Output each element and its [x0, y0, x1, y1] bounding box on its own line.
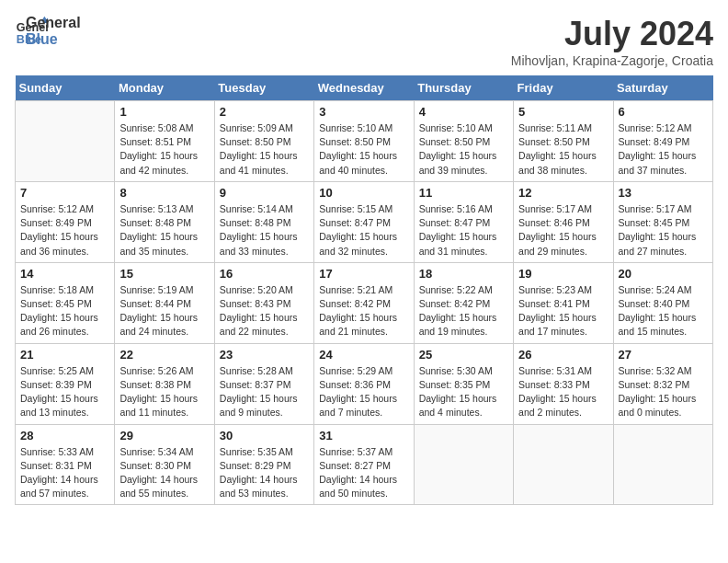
calendar-cell: 4Sunrise: 5:10 AM Sunset: 8:50 PM Daylig…: [414, 101, 513, 182]
day-number: 27: [619, 348, 708, 362]
cell-text: Sunrise: 5:34 AM Sunset: 8:30 PM Dayligh…: [119, 445, 209, 501]
calendar-cell: 6Sunrise: 5:12 AM Sunset: 8:49 PM Daylig…: [613, 101, 712, 182]
day-number: 24: [319, 348, 408, 362]
cell-text: Sunrise: 5:18 AM Sunset: 8:45 PM Dayligh…: [20, 283, 109, 339]
calendar-cell: 27Sunrise: 5:32 AM Sunset: 8:32 PM Dayli…: [613, 343, 712, 424]
weekday-header: Tuesday: [214, 75, 313, 101]
day-number: 7: [20, 186, 109, 200]
calendar-cell: 29Sunrise: 5:34 AM Sunset: 8:30 PM Dayli…: [115, 424, 214, 505]
cell-text: Sunrise: 5:08 AM Sunset: 8:51 PM Dayligh…: [119, 121, 209, 178]
weekday-header: Sunday: [16, 75, 115, 101]
day-number: 18: [419, 267, 508, 281]
cell-text: Sunrise: 5:28 AM Sunset: 8:37 PM Dayligh…: [220, 364, 309, 420]
weekday-header: Monday: [115, 75, 214, 101]
day-number: 25: [419, 348, 508, 362]
day-number: 3: [319, 105, 408, 119]
calendar-cell: 7Sunrise: 5:12 AM Sunset: 8:49 PM Daylig…: [16, 181, 115, 262]
day-number: 20: [619, 267, 708, 281]
day-number: 17: [319, 267, 408, 281]
calendar-cell: 16Sunrise: 5:20 AM Sunset: 8:43 PM Dayli…: [214, 262, 313, 343]
day-number: 22: [119, 348, 209, 362]
calendar-cell: 11Sunrise: 5:16 AM Sunset: 8:47 PM Dayli…: [414, 181, 513, 262]
calendar-cell: 14Sunrise: 5:18 AM Sunset: 8:45 PM Dayli…: [16, 262, 115, 343]
calendar-cell: 31Sunrise: 5:37 AM Sunset: 8:27 PM Dayli…: [314, 424, 414, 505]
day-number: 13: [619, 186, 708, 200]
day-number: 2: [220, 105, 309, 119]
calendar-cell: 20Sunrise: 5:24 AM Sunset: 8:40 PM Dayli…: [613, 262, 712, 343]
cell-text: Sunrise: 5:23 AM Sunset: 8:41 PM Dayligh…: [518, 283, 608, 339]
day-number: 15: [119, 267, 209, 281]
page-header: General Blue General Blue July 2024 Miho…: [15, 15, 713, 68]
weekday-header: Wednesday: [314, 75, 414, 101]
cell-text: Sunrise: 5:09 AM Sunset: 8:50 PM Dayligh…: [220, 121, 309, 178]
calendar-cell: [16, 101, 115, 182]
cell-text: Sunrise: 5:32 AM Sunset: 8:32 PM Dayligh…: [619, 364, 708, 420]
calendar-cell: 19Sunrise: 5:23 AM Sunset: 8:41 PM Dayli…: [514, 262, 613, 343]
day-number: 10: [319, 186, 408, 200]
cell-text: Sunrise: 5:33 AM Sunset: 8:31 PM Dayligh…: [20, 445, 109, 501]
day-number: 16: [220, 267, 309, 281]
weekday-header: Friday: [514, 75, 613, 101]
logo: General Blue General Blue: [15, 15, 81, 49]
calendar-cell: [613, 424, 712, 505]
cell-text: Sunrise: 5:22 AM Sunset: 8:42 PM Dayligh…: [419, 283, 508, 339]
calendar-cell: 3Sunrise: 5:10 AM Sunset: 8:50 PM Daylig…: [314, 101, 414, 182]
calendar-cell: 10Sunrise: 5:15 AM Sunset: 8:47 PM Dayli…: [314, 181, 414, 262]
day-number: 23: [220, 348, 309, 362]
cell-text: Sunrise: 5:12 AM Sunset: 8:49 PM Dayligh…: [619, 121, 708, 178]
day-number: 9: [220, 186, 309, 200]
day-number: 6: [619, 105, 708, 119]
day-number: 29: [119, 429, 209, 442]
day-number: 31: [319, 429, 408, 442]
calendar-cell: 17Sunrise: 5:21 AM Sunset: 8:42 PM Dayli…: [314, 262, 414, 343]
cell-text: Sunrise: 5:24 AM Sunset: 8:40 PM Dayligh…: [619, 283, 708, 339]
cell-text: Sunrise: 5:26 AM Sunset: 8:38 PM Dayligh…: [119, 364, 209, 420]
cell-text: Sunrise: 5:17 AM Sunset: 8:45 PM Dayligh…: [619, 202, 708, 259]
day-number: 11: [419, 186, 508, 200]
weekday-header: Saturday: [613, 75, 712, 101]
calendar-cell: 1Sunrise: 5:08 AM Sunset: 8:51 PM Daylig…: [115, 101, 214, 182]
day-number: 8: [119, 186, 209, 200]
cell-text: Sunrise: 5:17 AM Sunset: 8:46 PM Dayligh…: [518, 202, 608, 259]
calendar-cell: 8Sunrise: 5:13 AM Sunset: 8:48 PM Daylig…: [115, 181, 214, 262]
day-number: 14: [20, 267, 109, 281]
calendar-cell: 24Sunrise: 5:29 AM Sunset: 8:36 PM Dayli…: [314, 343, 414, 424]
calendar-cell: 12Sunrise: 5:17 AM Sunset: 8:46 PM Dayli…: [514, 181, 613, 262]
calendar-cell: 2Sunrise: 5:09 AM Sunset: 8:50 PM Daylig…: [214, 101, 313, 182]
cell-text: Sunrise: 5:11 AM Sunset: 8:50 PM Dayligh…: [518, 121, 608, 178]
logo-line2: Blue: [26, 31, 81, 48]
calendar-cell: 26Sunrise: 5:31 AM Sunset: 8:33 PM Dayli…: [514, 343, 613, 424]
day-number: 12: [518, 186, 608, 200]
logo-line1: General: [26, 15, 81, 31]
cell-text: Sunrise: 5:29 AM Sunset: 8:36 PM Dayligh…: [319, 364, 408, 420]
calendar-cell: [414, 424, 513, 505]
location: Mihovljan, Krapina-Zagorje, Croatia: [511, 53, 713, 68]
cell-text: Sunrise: 5:15 AM Sunset: 8:47 PM Dayligh…: [319, 202, 408, 259]
cell-text: Sunrise: 5:14 AM Sunset: 8:48 PM Dayligh…: [220, 202, 309, 259]
cell-text: Sunrise: 5:37 AM Sunset: 8:27 PM Dayligh…: [319, 445, 408, 501]
day-number: 30: [220, 429, 309, 442]
day-number: 1: [119, 105, 209, 119]
cell-text: Sunrise: 5:21 AM Sunset: 8:42 PM Dayligh…: [319, 283, 408, 339]
cell-text: Sunrise: 5:25 AM Sunset: 8:39 PM Dayligh…: [20, 364, 109, 420]
cell-text: Sunrise: 5:12 AM Sunset: 8:49 PM Dayligh…: [20, 202, 109, 259]
cell-text: Sunrise: 5:13 AM Sunset: 8:48 PM Dayligh…: [119, 202, 209, 259]
title-block: July 2024 Mihovljan, Krapina-Zagorje, Cr…: [511, 15, 713, 68]
calendar-cell: 9Sunrise: 5:14 AM Sunset: 8:48 PM Daylig…: [214, 181, 313, 262]
day-number: 4: [419, 105, 508, 119]
cell-text: Sunrise: 5:30 AM Sunset: 8:35 PM Dayligh…: [419, 364, 508, 420]
calendar-cell: 22Sunrise: 5:26 AM Sunset: 8:38 PM Dayli…: [115, 343, 214, 424]
calendar-cell: 13Sunrise: 5:17 AM Sunset: 8:45 PM Dayli…: [613, 181, 712, 262]
cell-text: Sunrise: 5:31 AM Sunset: 8:33 PM Dayligh…: [518, 364, 608, 420]
calendar-cell: 15Sunrise: 5:19 AM Sunset: 8:44 PM Dayli…: [115, 262, 214, 343]
day-number: 21: [20, 348, 109, 362]
cell-text: Sunrise: 5:19 AM Sunset: 8:44 PM Dayligh…: [119, 283, 209, 339]
day-number: 5: [518, 105, 608, 119]
cell-text: Sunrise: 5:10 AM Sunset: 8:50 PM Dayligh…: [419, 121, 508, 178]
cell-text: Sunrise: 5:16 AM Sunset: 8:47 PM Dayligh…: [419, 202, 508, 259]
calendar-cell: 30Sunrise: 5:35 AM Sunset: 8:29 PM Dayli…: [214, 424, 313, 505]
calendar-cell: 21Sunrise: 5:25 AM Sunset: 8:39 PM Dayli…: [16, 343, 115, 424]
cell-text: Sunrise: 5:20 AM Sunset: 8:43 PM Dayligh…: [220, 283, 309, 339]
month-title: July 2024: [511, 15, 713, 53]
calendar-cell: 25Sunrise: 5:30 AM Sunset: 8:35 PM Dayli…: [414, 343, 513, 424]
